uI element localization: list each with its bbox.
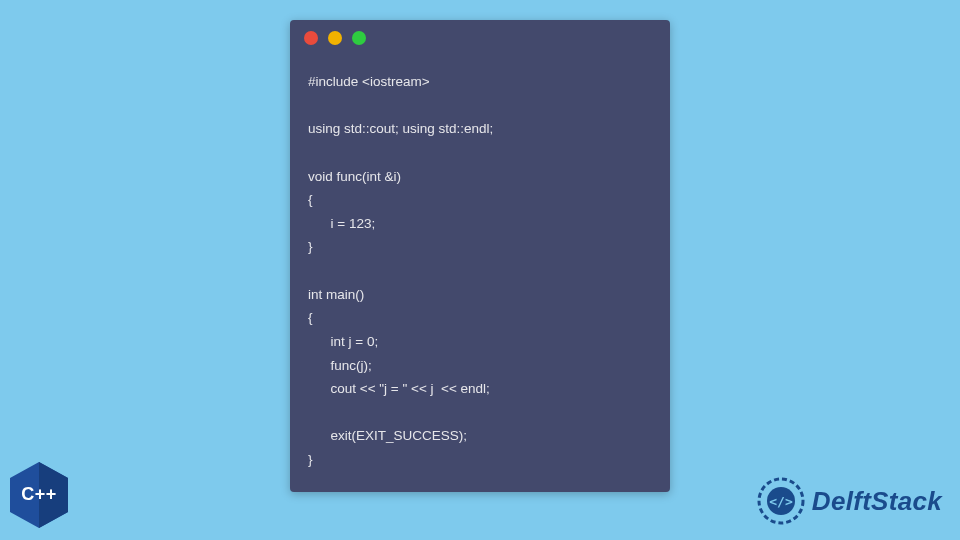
cpp-hexagon-icon: C++	[8, 460, 70, 530]
svg-text:</>: </>	[769, 494, 793, 509]
cpp-language-badge: C++	[8, 460, 72, 532]
code-window: #include <iostream> using std::cout; usi…	[290, 20, 670, 492]
maximize-dot-icon	[352, 31, 366, 45]
window-titlebar	[290, 20, 670, 56]
brand-name: DelftStack	[812, 486, 942, 517]
cpp-badge-label: C++	[21, 484, 57, 505]
brand-logo: </> DelftStack	[756, 476, 942, 526]
close-dot-icon	[304, 31, 318, 45]
brand-gear-icon: </>	[756, 476, 806, 526]
minimize-dot-icon	[328, 31, 342, 45]
code-content: #include <iostream> using std::cout; usi…	[290, 56, 670, 492]
